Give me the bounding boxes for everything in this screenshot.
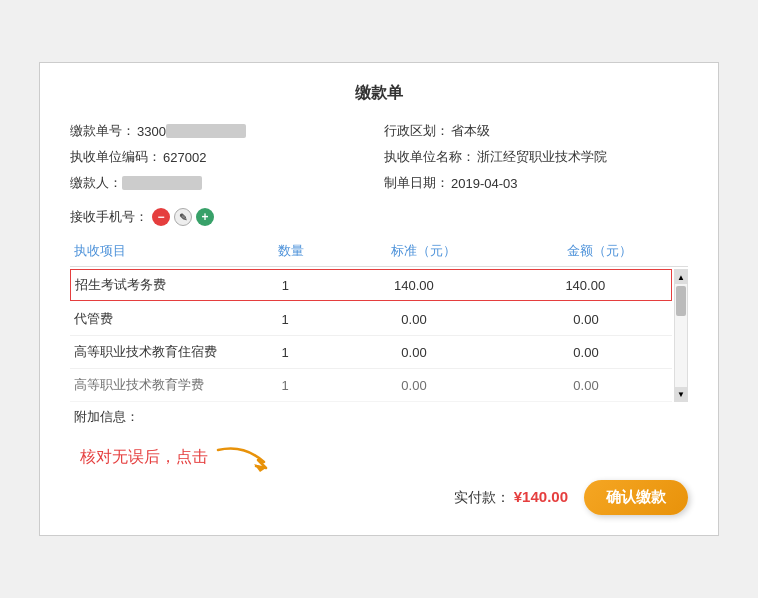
- table-header: 执收项目 数量 标准（元） 金额（元）: [70, 236, 688, 267]
- footer-row: 实付款： ¥140.00 确认缴款: [70, 480, 688, 515]
- addinfo-row: 附加信息：: [70, 402, 688, 432]
- phone-icons: − ✎ +: [152, 208, 214, 226]
- item-qty: 1: [242, 345, 328, 360]
- unit-name-row: 执收单位名称： 浙江经贸职业技术学院: [384, 148, 688, 166]
- phone-row: 接收手机号： − ✎ +: [70, 208, 688, 226]
- info-section: 缴款单号： 3300 行政区划： 省本级 执收单位编码： 627002 执收单位…: [70, 122, 688, 192]
- unit-code-value: 627002: [163, 150, 206, 165]
- item-amount: 0.00: [500, 378, 672, 393]
- col-header-amount: 金额（元）: [511, 242, 688, 260]
- region-value: 省本级: [451, 122, 490, 140]
- payer-row: 缴款人：: [70, 174, 374, 192]
- date-label: 制单日期：: [384, 174, 449, 192]
- item-qty: 1: [242, 378, 328, 393]
- item-standard: 0.00: [328, 378, 500, 393]
- order-no-label: 缴款单号：: [70, 122, 135, 140]
- payer-label: 缴款人：: [70, 174, 122, 192]
- item-standard: 0.00: [328, 312, 500, 327]
- order-no-value: 3300: [137, 124, 166, 139]
- payment-slip-container: 缴款单 缴款单号： 3300 行政区划： 省本级 执收单位编码： 627002 …: [39, 62, 719, 536]
- order-no-blurred: [166, 124, 246, 138]
- date-value: 2019-04-03: [451, 176, 518, 191]
- confirm-payment-button[interactable]: 确认缴款: [584, 480, 688, 515]
- col-header-qty: 数量: [247, 242, 335, 260]
- scrollbar[interactable]: ▲ ▼: [674, 269, 688, 402]
- item-name: 招生考试考务费: [71, 276, 242, 294]
- item-amount: 0.00: [500, 345, 672, 360]
- table-row: 代管费 1 0.00 0.00: [70, 303, 672, 336]
- hint-area: 核对无误后，点击: [70, 442, 688, 472]
- unit-code-row: 执收单位编码： 627002: [70, 148, 374, 166]
- payment-table: 执收项目 数量 标准（元） 金额（元） 招生考试考务费 1 140.00 140…: [70, 236, 688, 432]
- payer-value-blurred: [122, 176, 202, 190]
- region-row: 行政区划： 省本级: [384, 122, 688, 140]
- item-qty: 1: [242, 312, 328, 327]
- arrow-icon: [214, 442, 274, 472]
- table-row: 高等职业技术教育住宿费 1 0.00 0.00: [70, 336, 672, 369]
- page-title: 缴款单: [70, 83, 688, 104]
- col-header-standard: 标准（元）: [335, 242, 512, 260]
- phone-label: 接收手机号：: [70, 208, 148, 226]
- item-standard: 140.00: [328, 278, 499, 293]
- item-standard: 0.00: [328, 345, 500, 360]
- add-phone-icon[interactable]: +: [196, 208, 214, 226]
- item-name: 代管费: [70, 310, 242, 328]
- table-row: 高等职业技术教育学费 1 0.00 0.00: [70, 369, 672, 402]
- scrollbar-thumb[interactable]: [676, 286, 686, 316]
- item-amount: 140.00: [500, 278, 671, 293]
- scroll-down-button[interactable]: ▼: [675, 387, 687, 401]
- item-amount: 0.00: [500, 312, 672, 327]
- payment-label: 实付款： ¥140.00: [454, 488, 568, 507]
- scroll-up-button[interactable]: ▲: [675, 270, 687, 284]
- hint-text: 核对无误后，点击: [80, 447, 208, 468]
- unit-code-label: 执收单位编码：: [70, 148, 161, 166]
- order-no-row: 缴款单号： 3300: [70, 122, 374, 140]
- actual-amount: ¥140.00: [514, 488, 568, 505]
- table-rows: 招生考试考务费 1 140.00 140.00 代管费 1 0.00 0.00 …: [70, 269, 688, 402]
- remove-phone-icon[interactable]: −: [152, 208, 170, 226]
- item-name: 高等职业技术教育住宿费: [70, 343, 242, 361]
- item-qty: 1: [242, 278, 328, 293]
- table-body-wrapper: 招生考试考务费 1 140.00 140.00 代管费 1 0.00 0.00 …: [70, 269, 688, 402]
- unit-name-value: 浙江经贸职业技术学院: [477, 148, 607, 166]
- addinfo-label: 附加信息：: [74, 409, 139, 424]
- table-row: 招生考试考务费 1 140.00 140.00: [70, 269, 672, 301]
- edit-phone-icon[interactable]: ✎: [174, 208, 192, 226]
- col-header-item: 执收项目: [70, 242, 247, 260]
- item-name: 高等职业技术教育学费: [70, 376, 242, 394]
- unit-name-label: 执收单位名称：: [384, 148, 475, 166]
- region-label: 行政区划：: [384, 122, 449, 140]
- date-row: 制单日期： 2019-04-03: [384, 174, 688, 192]
